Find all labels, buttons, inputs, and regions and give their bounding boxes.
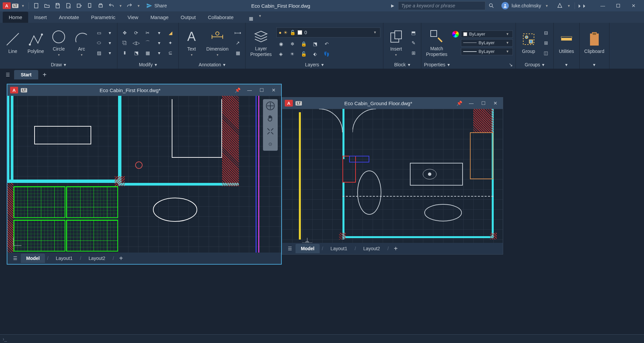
layer-freeze-icon[interactable]: ❄	[288, 40, 297, 48]
layer-off-icon[interactable]: ◉	[276, 40, 286, 48]
layer-thaw-icon[interactable]: ☀	[288, 50, 297, 58]
win2-pin-icon[interactable]: 📌	[454, 98, 464, 108]
new-icon[interactable]	[32, 1, 41, 10]
tool-insert[interactable]: Insert▾	[386, 27, 406, 58]
win1-minimize-button[interactable]: —	[245, 85, 254, 95]
app-menu-dropdown-icon[interactable]: ▼	[20, 4, 26, 8]
saveas-icon[interactable]	[64, 1, 73, 10]
nav-pan-icon[interactable]	[264, 113, 276, 124]
group-select-icon[interactable]: ◫	[541, 49, 551, 57]
array-icon[interactable]: ▦	[143, 49, 152, 57]
win1-maximize-button[interactable]: ☐	[257, 85, 266, 95]
layer-walk-icon[interactable]: 👣	[322, 50, 331, 58]
leader-icon[interactable]: ↗	[233, 39, 243, 47]
win2-add-layout-button[interactable]: +	[391, 244, 401, 254]
win1-layout-model[interactable]: Model	[21, 254, 45, 263]
move-icon[interactable]: ✥	[120, 28, 129, 37]
search-input[interactable]: Type a keyword or phrase	[398, 1, 485, 10]
tool-arc[interactable]: Arc▾	[71, 27, 92, 58]
tabs-dropdown-icon[interactable]: ▼	[257, 14, 263, 23]
scale-icon[interactable]: ⬔	[131, 49, 141, 57]
layer-match-icon[interactable]: ⬔	[311, 40, 320, 48]
tool-text[interactable]: AText▾	[181, 27, 202, 58]
win1-layout-menu-icon[interactable]: ☰	[10, 253, 20, 263]
command-bar[interactable]: ›_	[0, 334, 644, 343]
expand-icon[interactable]: ⏵⏵	[578, 1, 587, 10]
win2-maximize-button[interactable]: ☐	[479, 98, 488, 108]
layer-prev-icon[interactable]: ↶	[322, 40, 331, 48]
tool-utilities[interactable]: Utilities	[556, 30, 577, 56]
lineweight-selector[interactable]: ByLayer▼	[461, 39, 513, 47]
panel-properties-label[interactable]: Properties ▾ ↘	[424, 61, 513, 69]
linear-dim-icon[interactable]: ⟼	[233, 28, 243, 37]
layer-lock-icon[interactable]: 🔒	[299, 40, 309, 48]
tab-manage[interactable]: Manage	[144, 12, 174, 23]
tool-polyline[interactable]: Polyline	[25, 30, 46, 56]
hatch-dropdown-icon[interactable]: ▾	[105, 49, 114, 57]
offset-icon[interactable]: ⊆	[166, 49, 175, 57]
save-web-icon[interactable]	[85, 1, 95, 10]
tab-collaborate[interactable]: Collaborate	[202, 12, 240, 23]
win1-layout2[interactable]: Layout2	[83, 254, 111, 263]
win2-layout2[interactable]: Layout2	[358, 244, 385, 253]
block-attr-icon[interactable]: ⊞	[409, 49, 418, 57]
panel-clipboard-label[interactable]: ▾	[582, 61, 606, 69]
explode-icon[interactable]: ✦	[166, 39, 175, 47]
layer-change-icon[interactable]: ⬖	[311, 50, 320, 58]
featured-apps-icon[interactable]: ▦	[246, 14, 256, 23]
share-button[interactable]: Share	[143, 3, 170, 9]
user-menu[interactable]: luke.cholmsky ▼	[497, 2, 554, 9]
window-ground-floor[interactable]: A LT Eco Cabin_Ground Floor.dwg* 📌 — ☐ ✕	[282, 97, 503, 255]
save-icon[interactable]	[53, 1, 62, 10]
stretch-icon[interactable]: ⬍	[120, 49, 129, 57]
fillet-icon[interactable]: ⌒	[143, 39, 152, 47]
win2-close-button[interactable]: ✕	[491, 98, 500, 108]
win2-minimize-button[interactable]: —	[467, 98, 476, 108]
tool-line[interactable]: Line	[3, 30, 23, 56]
tab-home[interactable]: Home	[3, 12, 28, 23]
win1-layout1[interactable]: Layout1	[50, 254, 78, 263]
search-icon[interactable]	[487, 1, 496, 10]
tab-insert[interactable]: Insert	[28, 12, 53, 23]
undo-dropdown-icon[interactable]: ▼	[117, 4, 123, 8]
nav-compass-icon[interactable]	[264, 100, 276, 111]
minimize-button[interactable]: —	[595, 1, 610, 11]
tool-match-properties[interactable]: Match Properties	[424, 27, 449, 59]
group-edit-icon[interactable]: ⊞	[541, 39, 551, 47]
mirror-icon[interactable]: ◁▷	[131, 39, 141, 47]
trim-dropdown-icon[interactable]: ▾	[154, 28, 164, 37]
panel-draw-label[interactable]: Draw ▾	[3, 61, 114, 69]
new-tab-button[interactable]: +	[40, 70, 50, 80]
panel-layers-label[interactable]: Layers ▾	[248, 61, 380, 69]
plot-icon[interactable]	[96, 1, 105, 10]
maximize-button[interactable]	[610, 1, 626, 11]
tool-clipboard[interactable]: Clipboard	[582, 30, 606, 56]
nav-orbit-icon[interactable]: ⊙	[264, 139, 276, 149]
table-icon[interactable]: ▦	[233, 49, 243, 57]
win2-layout-model[interactable]: Model	[296, 244, 320, 253]
panel-modify-label[interactable]: Modify ▾	[120, 61, 176, 69]
tool-group[interactable]: Group	[519, 30, 539, 56]
panel-utilities-label[interactable]: ▾	[556, 61, 577, 69]
hatch-icon[interactable]: ▨	[94, 49, 104, 57]
create-block-icon[interactable]: ⬒	[409, 28, 418, 37]
tab-view[interactable]: View	[121, 12, 144, 23]
linetype-selector[interactable]: ByLayer▼	[461, 48, 513, 55]
layer-iso-icon[interactable]: ◈	[276, 50, 286, 58]
rotate-icon[interactable]: ⟳	[131, 28, 141, 37]
tab-annotate[interactable]: Annotate	[53, 12, 85, 23]
nav-zoom-extents-icon[interactable]	[264, 126, 276, 137]
copy-icon[interactable]: ⿻	[120, 39, 129, 47]
autocomplete-icon[interactable]: ▶	[391, 3, 394, 8]
array-dropdown-icon[interactable]: ▾	[154, 49, 164, 57]
tab-parametric[interactable]: Parametric	[85, 12, 122, 23]
tool-circle[interactable]: Circle▾	[49, 27, 69, 58]
erase-icon[interactable]: ◢	[166, 28, 175, 37]
panel-annotation-label[interactable]: Annotation ▾	[181, 61, 243, 69]
layer-unlock-icon[interactable]: 🔓	[299, 50, 309, 58]
file-menu-icon[interactable]: ☰	[3, 70, 13, 80]
win2-layout-menu-icon[interactable]: ☰	[285, 244, 295, 254]
win1-close-button[interactable]: ✕	[269, 85, 278, 95]
panel-groups-label[interactable]: Groups ▾	[519, 61, 551, 69]
tab-start[interactable]: Start	[14, 70, 38, 79]
